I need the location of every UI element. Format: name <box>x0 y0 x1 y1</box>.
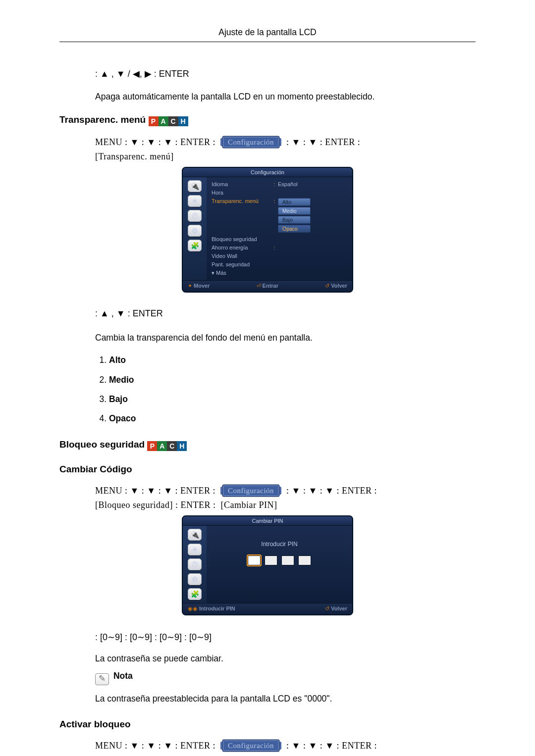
activate-nav-path: MENU : ▼ : ▼ : ▼ : ENTER : Configuración… <box>95 739 476 756</box>
pin-nav: : [0∼9] : [0∼9] : [0∼9] : [0∼9] <box>95 630 476 645</box>
note-label: Nota <box>113 671 133 681</box>
osd-menu-list[interactable]: Idioma:Español Hora Transparenc. menú: A… <box>207 177 352 280</box>
osd-panel-config: Configuración 🔌 ☀ ⏱ ⚙ 🧩 Idioma:Español H… <box>182 167 353 293</box>
pin-desc: La contraseña se puede cambiar. <box>95 652 476 665</box>
header-rule <box>59 42 476 42</box>
timer-desc: Apaga automáticamente la pantalla LCD en… <box>95 90 476 103</box>
pin-prompt: Introducir PIN <box>261 541 297 548</box>
osd-icon-rail: 🔌 ☀ ⏱ ⚙ 🧩 <box>183 177 207 280</box>
picture-icon: ☀ <box>188 195 202 207</box>
osd-option-stack[interactable]: Alto Medio Bajo Opaco <box>278 198 350 234</box>
osd-footer: ✦Mover ⏎Entrar ↺Volver <box>183 280 352 292</box>
transp-nav2: : ▲ , ▼ : ENTER <box>95 306 476 321</box>
picture-icon: ☀ <box>188 544 202 555</box>
input-icon: 🔌 <box>188 529 202 541</box>
multi-icon: 🧩 <box>188 240 202 252</box>
page-title: Ajuste de la pantalla LCD <box>59 27 476 38</box>
transparency-options-list: Alto Medio Bajo Opaco <box>95 351 476 428</box>
heading-transparency: Transparenc. menú PACH <box>59 114 476 126</box>
pach-badge: PACH <box>149 116 188 126</box>
note-text: La contraseña preestablecida para la pan… <box>95 692 476 706</box>
input-icon: 🔌 <box>188 180 202 192</box>
heading-change-code: Cambiar Código <box>59 464 476 475</box>
timer-nav: : ▲ , ▼ / ◀, ▶ : ENTER <box>95 67 476 81</box>
transp-nav-path: MENU : ▼ : ▼ : ▼ : ENTER : Configuración… <box>95 135 476 164</box>
setup-icon: ⚙ <box>188 225 202 237</box>
config-chip: Configuración <box>223 485 279 496</box>
lock-nav-path: MENU : ▼ : ▼ : ▼ : ENTER : Configuración… <box>95 484 476 512</box>
osd-icon-rail: 🔌 ☀ ⏱ ⚙ 🧩 <box>183 526 207 603</box>
sound-icon: ⏱ <box>188 558 202 570</box>
heading-lock: Bloqueo seguridad PACH <box>59 439 476 451</box>
pin-digit-3[interactable] <box>281 555 294 565</box>
sound-icon: ⏱ <box>188 210 202 222</box>
heading-activate-lock: Activar bloqueo <box>59 719 476 730</box>
pin-digit-1[interactable] <box>248 555 261 565</box>
config-chip: Configuración <box>223 137 279 148</box>
pin-input[interactable] <box>248 555 311 565</box>
config-chip: Configuración <box>223 740 279 751</box>
pin-digit-4[interactable] <box>298 555 311 565</box>
note-icon: ✎ <box>95 673 109 685</box>
setup-icon: ⚙ <box>188 573 202 585</box>
osd-panel-pin: Cambiar PIN 🔌 ☀ ⏱ ⚙ 🧩 Introducir PIN ◉◉ <box>182 515 353 615</box>
pin-digit-2[interactable] <box>265 555 277 565</box>
osd-title: Configuración <box>183 168 352 177</box>
transp-desc: Cambia la transparencia del fondo del me… <box>95 331 476 345</box>
multi-icon: 🧩 <box>188 588 202 600</box>
pach-badge: PACH <box>147 441 187 451</box>
osd-footer: ◉◉Introducir PIN ↺Volver <box>183 603 352 614</box>
osd-title: Cambiar PIN <box>183 516 352 526</box>
